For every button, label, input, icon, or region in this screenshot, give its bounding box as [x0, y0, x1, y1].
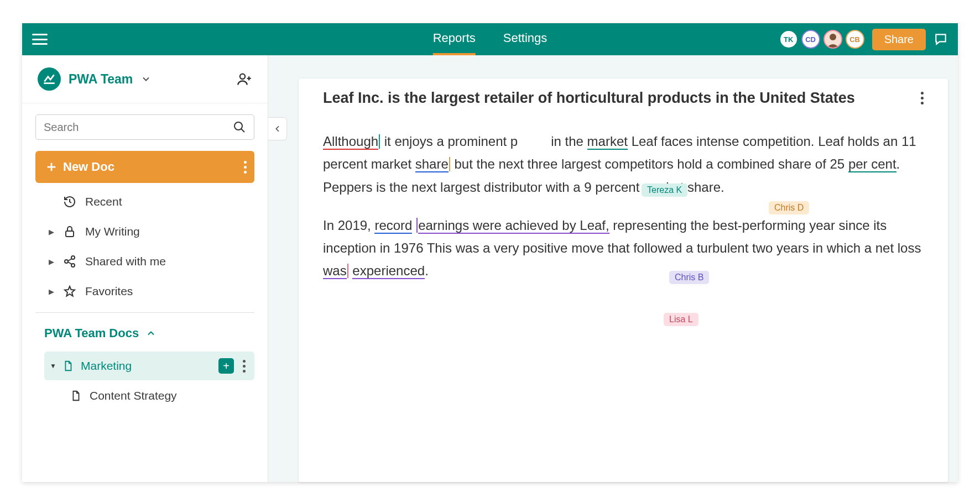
document-title-row: Leaf Inc. is the largest retailer of hor…	[323, 90, 924, 107]
team-switcher[interactable]: PWA Team	[22, 55, 268, 103]
team-name: PWA Team	[69, 72, 133, 87]
menu-icon[interactable]	[32, 34, 48, 45]
history-icon	[63, 195, 76, 208]
document-icon	[70, 390, 82, 402]
share-button[interactable]: Share	[872, 29, 926, 50]
topbar: Reports Settings TK CD Lisa L CB Share	[22, 23, 958, 55]
collab-cursor	[379, 134, 380, 149]
text-run: but the next three largest competitors h…	[451, 156, 848, 171]
text-run: .	[425, 263, 429, 278]
folder-menu-icon[interactable]	[241, 360, 248, 373]
collapse-sidebar-button[interactable]	[268, 117, 287, 140]
text-run: In 2019,	[323, 218, 374, 233]
collab-cursor	[449, 157, 450, 171]
grammar-mark[interactable]: market	[587, 134, 628, 150]
collab-cursor	[416, 218, 418, 232]
chevron-up-icon[interactable]	[145, 328, 157, 339]
collab-cursor-label: Tereza K	[642, 184, 687, 197]
sidebar-item-my-writing[interactable]: ▶ My Writing	[49, 225, 254, 238]
sidebar-item-label: Shared with me	[85, 255, 166, 268]
svg-point-2	[234, 122, 242, 130]
document-panel: Leaf Inc. is the largest retailer of hor…	[299, 78, 948, 482]
sidebar-item-favorites[interactable]: ▶ Favorites	[49, 285, 254, 298]
spelling-error[interactable]: Allthough	[323, 134, 378, 150]
avatar[interactable]: CB	[846, 30, 864, 49]
search-icon[interactable]	[233, 120, 246, 134]
add-person-icon[interactable]	[237, 71, 252, 87]
doc-label: Content Strategy	[90, 389, 177, 402]
text-run: in the	[548, 134, 587, 149]
top-tabs: Reports Settings	[433, 23, 548, 55]
grammar-mark[interactable]: per cent	[848, 156, 896, 172]
search-box[interactable]	[35, 114, 254, 140]
search-input[interactable]	[44, 121, 227, 134]
grammar-mark[interactable]: experienced	[352, 263, 425, 279]
caret-right-icon[interactable]: ▶	[49, 228, 54, 236]
collab-cursor-label: Chris D	[769, 201, 809, 214]
avatar[interactable]: TK	[779, 30, 798, 49]
new-doc-menu-icon[interactable]	[244, 161, 247, 174]
lock-icon	[63, 225, 76, 238]
section-team-docs[interactable]: PWA Team Docs	[22, 313, 268, 348]
caret-right-icon[interactable]: ▶	[49, 287, 54, 296]
collab-cursor-label: Lisa L	[664, 313, 698, 326]
new-doc-row: New Doc	[22, 151, 268, 183]
collaborator-avatars: TK CD Lisa L CB	[779, 30, 864, 49]
sidebar-item-label: Favorites	[85, 285, 133, 298]
section-title: PWA Team Docs	[44, 326, 139, 340]
share-icon	[63, 255, 76, 268]
folder-marketing[interactable]: ▼ Marketing +	[44, 352, 254, 380]
caret-down-icon[interactable]: ▼	[50, 362, 55, 370]
topbar-right: TK CD Lisa L CB Share	[779, 29, 948, 50]
collab-cursor	[347, 264, 348, 278]
sidebar-item-label: Recent	[85, 195, 122, 208]
folder-label: Marketing	[81, 359, 132, 373]
avatar[interactable]: Lisa L	[823, 30, 842, 49]
paragraph[interactable]: In 2019, record earnings were achieved b…	[323, 214, 924, 282]
new-doc-label: New Doc	[63, 160, 114, 174]
document-icon	[62, 360, 74, 372]
team-logo-icon	[38, 67, 61, 91]
search-row	[22, 103, 268, 151]
text-run: it enjoys a prominent p	[380, 134, 518, 149]
chat-icon[interactable]	[934, 32, 948, 46]
paragraph[interactable]: Allthough it enjoys a prominent p in the…	[323, 130, 924, 198]
document-title[interactable]: Leaf Inc. is the largest retailer of hor…	[323, 90, 914, 107]
grammar-mark[interactable]: was	[323, 263, 347, 279]
svg-point-4	[65, 260, 68, 263]
app-frame: Reports Settings TK CD Lisa L CB Share	[22, 23, 958, 482]
document-menu-icon[interactable]	[921, 92, 924, 104]
grammar-mark[interactable]: share	[415, 156, 449, 172]
svg-point-0	[830, 34, 836, 40]
sidebar-item-recent[interactable]: Recent	[49, 195, 254, 208]
grammar-mark[interactable]: record	[374, 218, 412, 234]
folder-add-button[interactable]: +	[218, 358, 234, 374]
tab-reports[interactable]: Reports	[433, 23, 476, 55]
collab-cursor-label: Chris B	[669, 271, 709, 284]
tab-settings[interactable]: Settings	[503, 23, 548, 55]
new-doc-button[interactable]: New Doc	[35, 151, 254, 183]
svg-point-1	[240, 74, 245, 79]
star-icon	[63, 285, 76, 298]
document-body[interactable]: Allthough it enjoys a prominent p in the…	[323, 130, 924, 282]
avatar[interactable]: CD	[801, 30, 820, 49]
sidebar: PWA Team New Doc	[22, 55, 268, 482]
caret-right-icon[interactable]: ▶	[49, 258, 54, 266]
text-run	[412, 218, 416, 233]
doc-content-strategy[interactable]: Content Strategy	[22, 383, 268, 409]
chevron-down-icon[interactable]	[140, 74, 152, 85]
nav-list: Recent ▶ My Writing ▶ Shared with me ▶ F…	[22, 183, 268, 298]
sidebar-item-label: My Writing	[85, 225, 140, 238]
sidebar-item-shared[interactable]: ▶ Shared with me	[49, 255, 254, 268]
grammar-mark[interactable]: earnings were achieved by Leaf,	[418, 218, 609, 234]
svg-rect-3	[66, 231, 74, 237]
